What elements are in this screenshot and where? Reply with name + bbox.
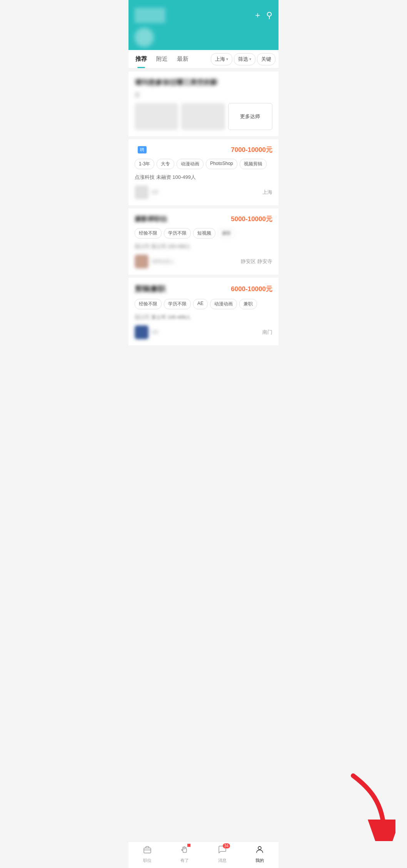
job-tag: 动漫动画: [210, 299, 237, 309]
job-location-3: 南门: [262, 329, 272, 336]
tab-recommend[interactable]: 推荐: [132, 50, 151, 68]
job-title-3: 剪辑兼职: [135, 284, 165, 294]
keyword-filter[interactable]: 关键: [257, 53, 275, 65]
avatar: [135, 28, 154, 47]
recruit-badge-1: 聘: [138, 146, 147, 153]
banner-item-1[interactable]: [135, 103, 178, 130]
job-tag: 短视频: [193, 228, 215, 238]
banner-more-btn[interactable]: 更多达师: [228, 103, 272, 130]
search-icon[interactable]: ⚲: [266, 10, 272, 20]
job-tag: 学历不限: [164, 228, 191, 238]
job-tag: 视频剪辑: [240, 159, 267, 169]
city-filter[interactable]: 上海 ▾: [211, 53, 232, 65]
job-tag: 摄影: [218, 228, 235, 238]
company-avatar-2: 招聘负责人: [135, 255, 175, 268]
job-tag-photoshop: PhotoShop: [206, 159, 237, 169]
job-tag: 经验不限: [135, 228, 162, 238]
job-location-1: 上海: [262, 189, 272, 196]
company-logo-3: [135, 325, 148, 339]
company-name-small-2: 招聘负责人: [152, 258, 175, 265]
company-logo-2: [135, 255, 148, 268]
company-name-small-1: HR: [152, 190, 158, 195]
chevron-down-icon: ▾: [226, 57, 228, 61]
job-salary-2: 5000-10000元: [231, 215, 272, 223]
tab-nearby[interactable]: 附近: [152, 50, 172, 68]
job-tag: 1-3年: [135, 159, 154, 169]
chevron-down-icon-2: ▾: [249, 57, 251, 61]
job-salary-1: 7000-10000元: [231, 145, 272, 154]
job-card-2[interactable]: 摄影师职位 5000-10000元 经验不限 学历不限 短视频 摄影 某公司 某…: [128, 208, 279, 275]
company-avatar-1: HR: [135, 185, 158, 199]
company-name-small-3: HR: [152, 330, 158, 335]
job-tag: 经验不限: [135, 299, 162, 309]
job-tags-3: 经验不限 学历不限 AE 动漫动画 兼职: [135, 299, 272, 309]
banner-question: 请问您参加过哪三类空的影: [135, 78, 272, 87]
job-tag: 学历不限: [164, 299, 191, 309]
company-logo-1: [135, 185, 148, 199]
company-info-2: 某公司 某公司 100-499人: [135, 243, 272, 250]
banner-item-2[interactable]: [181, 103, 225, 130]
job-tags-2: 经验不限 学历不限 短视频 摄影: [135, 228, 272, 238]
job-salary-3: 6000-10000元: [231, 285, 272, 293]
company-avatar-3: HR: [135, 325, 158, 339]
company-info-1: 点涨科技 未融资 100-499人: [135, 174, 272, 181]
job-location-2: 静安区 静安寺: [241, 258, 272, 265]
job-tag: AE: [193, 299, 208, 309]
job-tag: 兼职: [239, 299, 257, 309]
tab-latest[interactable]: 最新: [173, 50, 192, 68]
company-info-3: 某公司 某公司 100-499人: [135, 314, 272, 321]
filter-btn[interactable]: 筛选 ▾: [234, 53, 255, 65]
job-tag: 动漫动画: [177, 159, 204, 169]
job-card-1[interactable]: 聘 7000-10000元 1-3年 大专 动漫动画 PhotoShop 视频剪…: [128, 139, 279, 205]
job-tags-1: 1-3年 大专 动漫动画 PhotoShop 视频剪辑: [135, 159, 272, 169]
job-card-3[interactable]: 剪辑兼职 6000-10000元 经验不限 学历不限 AE 动漫动画 兼职 某公…: [128, 278, 279, 345]
job-title-2: 摄影师职位: [135, 215, 167, 223]
add-icon[interactable]: +: [255, 10, 260, 20]
banner-card: 请问您参加过哪三类空的影 立 更多达师: [128, 72, 279, 136]
app-header: + ⚲: [128, 0, 279, 50]
banner-sub: 立: [135, 92, 272, 98]
app-logo: [135, 8, 165, 23]
content-area: 请问您参加过哪三类空的影 立 更多达师 聘 7000-10000元 1-3年: [128, 72, 279, 345]
nav-tabs: 推荐 附近 最新 上海 ▾ 筛选 ▾ 关键: [128, 50, 279, 68]
job-tag: 大专: [157, 159, 174, 169]
